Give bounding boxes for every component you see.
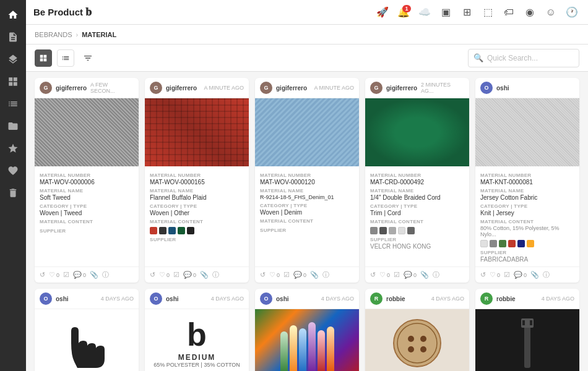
comment-icon-5[interactable]: 💬 0 bbox=[514, 271, 527, 279]
field-label-content-1: MATERIAL CONTENT bbox=[40, 219, 134, 224]
field-label-mat-number-3: MATERIAL NUMBER bbox=[260, 173, 354, 178]
card-image-2 bbox=[145, 98, 249, 166]
comment-icon-1[interactable]: 💬 0 bbox=[73, 271, 86, 279]
field-value-category-5: Knit | Jersey bbox=[480, 210, 574, 216]
field-label-mat-name-2: MATERIAL NAME bbox=[150, 188, 244, 194]
material-grid: G gigiferrero A FEW SECON... MATERIAL NU… bbox=[35, 78, 579, 371]
info-icon-2[interactable]: ⓘ bbox=[212, 270, 219, 279]
refresh-icon-1[interactable]: ↺ bbox=[40, 271, 45, 279]
refresh-icon-5[interactable]: ↺ bbox=[480, 271, 486, 279]
sidebar-icon-layers[interactable] bbox=[3, 49, 23, 69]
brand-mark: 𝐛 bbox=[85, 6, 92, 19]
card-image-7: b MEDIUM 65% POLYESTER | 35% COTTON bbox=[145, 309, 249, 371]
sidebar-icon-grid[interactable] bbox=[3, 72, 23, 92]
refresh-icon-3[interactable]: ↺ bbox=[260, 271, 266, 279]
card-header-8: O oshi 4 DAYS AGO bbox=[255, 289, 359, 309]
field-value-category-3: Woven | Denim bbox=[260, 209, 354, 216]
card-footer-4: ↺ ♡ 0 ☑ 💬 0 📎 ⓘ bbox=[365, 267, 469, 283]
check-icon-5[interactable]: ☑ bbox=[504, 271, 510, 279]
like-icon-5[interactable]: ♡ 0 bbox=[490, 271, 500, 279]
refresh-icon-4[interactable]: ↺ bbox=[370, 271, 376, 279]
color-swatches-2 bbox=[150, 227, 244, 234]
field-label-category-5: CATEGORY | TYPE bbox=[480, 203, 574, 209]
field-label-supplier-4: SUPPLIER bbox=[370, 237, 464, 242]
card-user-4: gigiferrero bbox=[386, 85, 417, 92]
comment-icon-3[interactable]: 💬 0 bbox=[293, 271, 306, 279]
card-footer-5: ↺ ♡ 0 ☑ 💬 0 📎 ⓘ bbox=[475, 267, 579, 283]
svg-point-4 bbox=[408, 346, 414, 352]
card-user-3: gigiferrero bbox=[276, 85, 307, 92]
field-label-supplier-2: SUPPLIER bbox=[150, 237, 244, 242]
field-value-category-1: Woven | Tweed bbox=[40, 210, 134, 216]
check-icon-3[interactable]: ☑ bbox=[283, 271, 290, 279]
attach-icon-5[interactable]: 📎 bbox=[530, 271, 539, 279]
material-card-10: R robbie 4 DAYS AGO MATERIAL NUMBER MATE… bbox=[475, 289, 579, 371]
search-icon: 🔍 bbox=[473, 53, 483, 62]
grid-view-button[interactable] bbox=[35, 49, 52, 67]
like-icon-3[interactable]: ♡ 0 bbox=[269, 271, 280, 279]
nav-rocket-btn[interactable]: 🚀 bbox=[374, 4, 391, 21]
search-input[interactable] bbox=[487, 54, 574, 62]
sidebar-icon-home[interactable] bbox=[3, 5, 23, 25]
like-icon-1[interactable]: ♡ 0 bbox=[49, 271, 59, 279]
nav-clock-btn[interactable]: 🕐 bbox=[563, 4, 581, 21]
comment-icon-4[interactable]: 💬 0 bbox=[404, 271, 417, 279]
breadcrumb-parent[interactable]: BEBRANDS bbox=[35, 31, 72, 38]
avatar-7: O bbox=[150, 292, 162, 305]
swatch-2-2 bbox=[159, 227, 166, 234]
like-icon-4[interactable]: ♡ 0 bbox=[379, 271, 390, 279]
check-icon-4[interactable]: ☑ bbox=[394, 271, 400, 279]
refresh-icon-2[interactable]: ↺ bbox=[150, 271, 155, 279]
field-label-mat-name-4: MATERIAL NAME bbox=[370, 188, 464, 194]
card-image-6 bbox=[35, 309, 139, 371]
card-image-4 bbox=[365, 98, 469, 166]
swatch-5-3 bbox=[499, 240, 506, 247]
field-value-mat-number-1: MAT-WOV-0000006 bbox=[40, 179, 134, 186]
attach-icon-2[interactable]: 📎 bbox=[200, 271, 209, 279]
top-nav-icons: 🚀 🔔 1 ☁️ ▣ ⊞ ⬚ 🏷 ◉ ☺ 🕐 bbox=[374, 4, 581, 21]
nav-frame-btn[interactable]: ⬚ bbox=[479, 4, 496, 21]
card-user-9: robbie bbox=[386, 296, 405, 302]
field-value-mat-name-5: Jersey Cotton Fabric bbox=[480, 194, 574, 201]
sidebar-icon-heart[interactable] bbox=[3, 161, 23, 181]
info-icon-4[interactable]: ⓘ bbox=[433, 270, 439, 279]
card-footer-3: ↺ ♡ 0 ☑ 💬 0 📎 ⓘ bbox=[255, 267, 359, 283]
nav-grid-btn[interactable]: ⊞ bbox=[458, 4, 475, 21]
list-view-button[interactable] bbox=[57, 49, 74, 67]
sidebar-icon-star[interactable] bbox=[3, 139, 23, 158]
field-label-content-4: MATERIAL CONTENT bbox=[370, 219, 464, 224]
nav-circle-btn[interactable]: ◉ bbox=[521, 4, 538, 21]
sidebar-icon-pages[interactable] bbox=[3, 27, 23, 47]
field-label-category-3: CATEGORY | TYPE bbox=[260, 203, 354, 208]
card-time-8: 4 DAYS AGO bbox=[321, 296, 354, 302]
check-icon-1[interactable]: ☑ bbox=[63, 271, 69, 279]
field-value-supplier-5: FABRICADABRA bbox=[480, 256, 574, 263]
breadcrumb-separator: › bbox=[76, 31, 79, 38]
sidebar-icon-trash[interactable] bbox=[3, 183, 23, 203]
comment-icon-2[interactable]: 💬 0 bbox=[183, 271, 196, 279]
tool-svg bbox=[515, 315, 540, 371]
field-label-mat-number-1: MATERIAL NUMBER bbox=[40, 173, 134, 178]
field-label-supplier-3: SUPPLIER bbox=[260, 228, 354, 233]
nav-qr-btn[interactable]: ▣ bbox=[437, 4, 454, 21]
info-icon-1[interactable]: ⓘ bbox=[102, 270, 109, 279]
sidebar-icon-chart[interactable] bbox=[3, 94, 23, 114]
attach-icon-4[interactable]: 📎 bbox=[420, 271, 429, 279]
field-value-content-5: 80% Cotton, 15% Polyester, 5% Nylo... bbox=[480, 225, 574, 237]
swatch-2-4 bbox=[178, 227, 185, 234]
nav-upload-btn[interactable]: ☁️ bbox=[416, 4, 433, 21]
nav-bell-btn[interactable]: 🔔 1 bbox=[395, 4, 412, 21]
attach-icon-1[interactable]: 📎 bbox=[90, 271, 98, 279]
sidebar-icon-folder[interactable] bbox=[3, 116, 23, 136]
nav-tag-btn[interactable]: 🏷 bbox=[500, 4, 517, 21]
info-icon-3[interactable]: ⓘ bbox=[322, 270, 329, 279]
nav-face-btn[interactable]: ☺ bbox=[542, 4, 560, 21]
attach-icon-3[interactable]: 📎 bbox=[310, 271, 319, 279]
info-icon-5[interactable]: ⓘ bbox=[543, 270, 550, 279]
check-icon-2[interactable]: ☑ bbox=[173, 271, 179, 279]
like-icon-2[interactable]: ♡ 0 bbox=[159, 271, 170, 279]
swatch-4-1 bbox=[370, 227, 378, 234]
field-value-mat-name-1: Soft Tweed bbox=[40, 194, 134, 201]
card-header-1: G gigiferrero A FEW SECON... bbox=[35, 78, 139, 98]
filter-button[interactable] bbox=[79, 49, 97, 67]
